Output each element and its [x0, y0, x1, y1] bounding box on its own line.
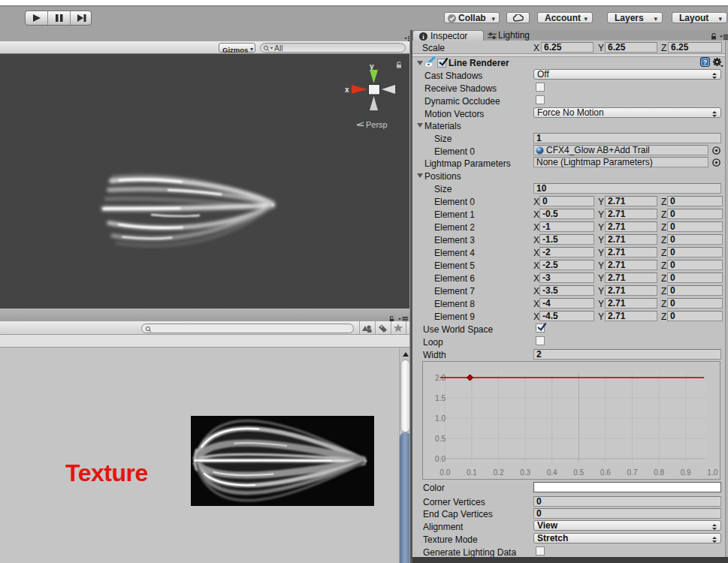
svg-text:x: x — [345, 86, 349, 94]
svg-text:?: ? — [703, 59, 708, 66]
svg-text:0.3: 0.3 — [520, 468, 530, 477]
svg-text:0.7: 0.7 — [627, 468, 638, 477]
svg-text:1.0: 1.0 — [707, 468, 717, 477]
svg-text:0.2: 0.2 — [494, 468, 504, 477]
svg-text:0.8: 0.8 — [654, 468, 664, 477]
svg-text:1.5: 1.5 — [435, 394, 446, 402]
svg-text:0.0: 0.0 — [440, 468, 450, 477]
svg-text:0.5: 0.5 — [573, 468, 584, 477]
svg-text:y: y — [370, 62, 374, 71]
svg-text:0.6: 0.6 — [600, 468, 611, 477]
svg-text:0.5: 0.5 — [435, 435, 446, 443]
svg-text:0.4: 0.4 — [547, 468, 557, 477]
svg-text:1.0: 1.0 — [435, 414, 446, 423]
svg-text:0.0: 0.0 — [435, 455, 446, 463]
svg-text:0.9: 0.9 — [681, 468, 691, 477]
svg-text:0.1: 0.1 — [467, 468, 477, 477]
